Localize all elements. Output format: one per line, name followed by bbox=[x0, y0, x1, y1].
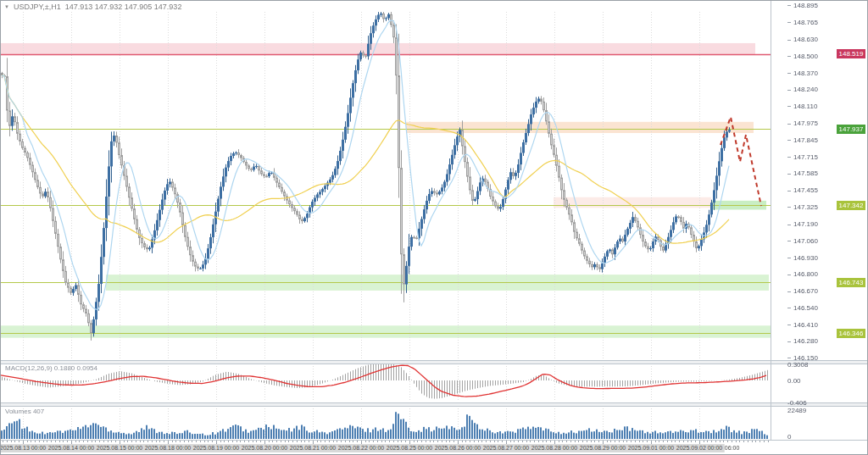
price-tick: 148.500 bbox=[787, 53, 818, 60]
macd-name: MACD(12,26,9) bbox=[5, 364, 53, 372]
time-label[interactable]: 2025.08.28 00:00 bbox=[530, 444, 580, 452]
time-label[interactable]: 2025.08.27 00:00 bbox=[481, 444, 531, 452]
price-tick: 147.325 bbox=[787, 203, 818, 211]
price-tick: 148.370 bbox=[787, 69, 818, 77]
ohlc-values: 147.913 147.932 147.905 147.932 bbox=[65, 3, 182, 11]
price-badge: 148.519 bbox=[837, 49, 865, 58]
time-label[interactable]: 2025.09.01 00:00 bbox=[626, 444, 676, 452]
chart-window: ▼ USDJPY,±,H1 147.913 147.932 147.905 14… bbox=[0, 0, 868, 455]
price-tick: 146.930 bbox=[787, 254, 818, 262]
price-badge: 147.937 bbox=[837, 125, 865, 134]
time-label[interactable]: 2025.08.21 00:00 bbox=[288, 444, 338, 452]
price-badge: 146.346 bbox=[837, 329, 865, 338]
time-label[interactable]: 2025.08.29 00:00 bbox=[578, 444, 628, 452]
price-tick: 146.540 bbox=[787, 304, 818, 312]
price-tick: 146.800 bbox=[787, 270, 818, 278]
price-tick: 148.895 bbox=[787, 2, 818, 9]
price-tick: 148.240 bbox=[787, 86, 818, 93]
chart-canvas[interactable] bbox=[1, 1, 868, 455]
symbol-timeframe-label: USDJPY,±,H1 bbox=[14, 3, 61, 11]
macd-axis-tick: 0.00 bbox=[787, 377, 801, 385]
price-tick: 146.280 bbox=[787, 337, 818, 345]
volume-axis-tick: 22489 bbox=[787, 407, 806, 414]
time-label[interactable]: 2025.08.22 00:00 bbox=[337, 444, 387, 452]
price-tick: 146.410 bbox=[787, 321, 818, 329]
macd-indicator-label: MACD(12,26,9) 0.1880 0.0954 bbox=[5, 364, 97, 372]
macd-axis-tick: -0.406 bbox=[787, 399, 807, 407]
time-label[interactable]: 2025.09.02 00:00 bbox=[675, 444, 725, 452]
price-tick: 146.670 bbox=[787, 287, 818, 295]
price-tick: 148.765 bbox=[787, 19, 818, 26]
symbol-marker-icon[interactable]: ▼ bbox=[4, 4, 9, 9]
price-tick: 147.190 bbox=[787, 220, 818, 228]
time-label[interactable]: 2025.08.13 00:00 bbox=[0, 444, 47, 452]
price-tick: 148.630 bbox=[787, 36, 818, 43]
time-label[interactable]: 2025.08.19 00:00 bbox=[192, 444, 242, 452]
volumes-name: Volumes bbox=[5, 408, 31, 415]
price-tick: 147.585 bbox=[787, 169, 818, 177]
price-tick: 147.845 bbox=[787, 136, 818, 144]
price-tick: 147.455 bbox=[787, 186, 818, 194]
time-label[interactable]: 2025.08.25 00:00 bbox=[385, 444, 435, 452]
price-badge: 147.342 bbox=[837, 201, 865, 210]
volumes-indicator-label: Volumes 407 bbox=[5, 408, 44, 415]
volumes-current: 407 bbox=[33, 408, 44, 415]
macd-axis-tick: 0.3008 bbox=[787, 361, 808, 369]
price-tick: 148.110 bbox=[787, 103, 817, 110]
price-badge: 146.743 bbox=[837, 278, 865, 287]
time-label[interactable]: 2025.08.20 00:00 bbox=[240, 444, 290, 452]
volume-axis-tick: 0 bbox=[787, 433, 791, 441]
time-label[interactable]: 2025.08.18 00:00 bbox=[143, 444, 193, 452]
macd-value-main: 0.1880 bbox=[54, 364, 75, 372]
price-tick: 147.060 bbox=[787, 237, 818, 245]
time-label[interactable]: 2025.08.15 00:00 bbox=[95, 444, 145, 452]
macd-value-signal: 0.0954 bbox=[77, 364, 97, 372]
time-label[interactable]: 2025.08.14 00:00 bbox=[47, 444, 97, 452]
time-label[interactable]: 2025.08.26 00:00 bbox=[433, 444, 483, 452]
price-tick: 147.715 bbox=[787, 153, 818, 161]
chart-title: ▼ USDJPY,±,H1 147.913 147.932 147.905 14… bbox=[4, 3, 181, 11]
price-tick: 147.975 bbox=[787, 119, 818, 127]
